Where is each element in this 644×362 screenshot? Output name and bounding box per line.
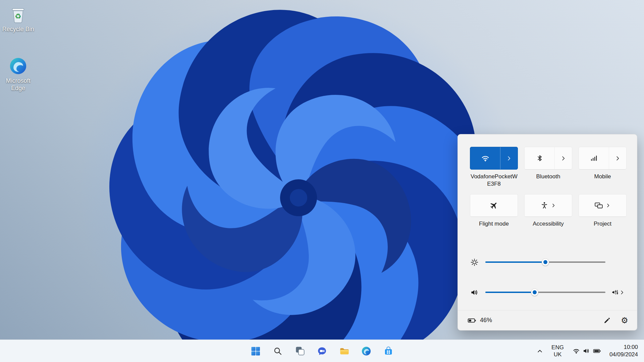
wifi-tile <box>470 147 518 170</box>
cellular-signal-icon <box>590 154 598 162</box>
volume-speaker-icon <box>470 288 479 297</box>
volume-slider-fill <box>485 292 535 293</box>
windows-desktop: { "desktop": { "icons": [ { "label": "Re… <box>0 0 644 362</box>
taskbar-app-icons <box>248 340 396 362</box>
wifi-tile-label: VodafonePocketW E3F8 <box>470 170 518 194</box>
search-icon <box>273 346 283 356</box>
battery-icon <box>467 316 477 324</box>
desktop-icon-recycle-bin[interactable]: ♻ Recycle Bin <box>1 5 35 33</box>
battery-percent-label: 46% <box>480 317 492 324</box>
clock-time: 10:00 <box>624 344 638 351</box>
language-region: UK <box>554 351 562 358</box>
battery-status: 46% <box>467 316 492 324</box>
chat-bubble-icon <box>317 346 327 356</box>
chevron-right-icon <box>551 203 556 208</box>
windows-logo-icon <box>251 346 261 356</box>
recycle-bin-icon: ♻ <box>8 5 28 24</box>
store-bag-icon <box>383 346 394 356</box>
bluetooth-icon <box>536 154 544 162</box>
volume-slider[interactable] <box>485 289 605 296</box>
taskbar-language-button[interactable]: ENG UK <box>548 343 567 359</box>
taskbar-status-button[interactable] <box>570 345 604 357</box>
project-button[interactable] <box>579 194 627 217</box>
chevron-right-icon <box>506 155 512 162</box>
taskbar-tray: ENG UK 10:00 04/09/2024 <box>534 340 641 362</box>
volume-slider-thumb[interactable] <box>531 289 538 296</box>
accessibility-person-icon <box>540 201 548 209</box>
project-label: Project <box>579 217 627 234</box>
mobile-tile-label: Mobile <box>579 170 627 194</box>
show-hidden-icons-button[interactable] <box>534 344 545 358</box>
clock-date: 04/09/2024 <box>609 351 638 358</box>
brightness-slider[interactable] <box>485 258 605 266</box>
wifi-expand-button[interactable] <box>500 147 518 169</box>
desktop-icon-label: Microsoft Edge <box>1 77 35 92</box>
brightness-slider-thumb[interactable] <box>542 258 549 266</box>
chevron-right-icon <box>614 155 621 162</box>
flight-mode-button[interactable] <box>470 194 518 217</box>
quick-settings-sliders <box>458 250 637 304</box>
microsoft-store-button[interactable] <box>381 343 396 359</box>
audio-output-mixer-icon <box>611 288 619 296</box>
taskbar-clock[interactable]: 10:00 04/09/2024 <box>607 343 641 359</box>
bluetooth-toggle-button[interactable] <box>525 147 554 169</box>
accessibility-label: Accessibility <box>524 217 572 234</box>
chevron-right-icon <box>560 155 567 162</box>
chat-button[interactable] <box>314 343 330 359</box>
battery-tray-icon <box>593 347 601 355</box>
desktop-icon-label: Recycle Bin <box>1 26 35 33</box>
edge-logo-icon <box>361 346 372 356</box>
edge-button[interactable] <box>359 343 374 359</box>
taskbar: ENG UK 10:00 04/09/2024 <box>0 340 644 362</box>
chevron-right-icon <box>619 290 625 295</box>
airplane-icon <box>490 201 498 209</box>
bluetooth-tile <box>524 147 572 170</box>
edit-quick-settings-button[interactable] <box>600 314 614 327</box>
task-view-button[interactable] <box>292 343 308 359</box>
desktop-icon-microsoft-edge[interactable]: Microsoft Edge <box>1 56 35 92</box>
mobile-toggle-button[interactable] <box>579 147 609 169</box>
volume-row <box>470 281 625 304</box>
chevron-up-icon <box>536 348 543 355</box>
bluetooth-expand-button[interactable] <box>554 147 572 169</box>
file-explorer-button[interactable] <box>336 343 352 359</box>
edge-logo-icon <box>8 56 28 76</box>
pencil-icon <box>603 317 611 324</box>
search-button[interactable] <box>270 343 286 359</box>
flight-mode-label: Flight mode <box>470 217 518 234</box>
bluetooth-tile-label: Bluetooth <box>524 170 572 194</box>
speaker-tray-icon <box>583 347 590 355</box>
task-view-icon <box>295 346 305 356</box>
start-button[interactable] <box>248 343 264 359</box>
brightness-slider-fill <box>485 261 545 263</box>
mobile-expand-button[interactable] <box>609 147 626 169</box>
quick-settings-panel: VodafonePocketW E3F8 Bluetooth Mobile <box>458 134 637 330</box>
project-screens-icon <box>594 201 603 209</box>
select-audio-output-button[interactable] <box>611 288 625 296</box>
svg-text:♻: ♻ <box>15 12 21 20</box>
accessibility-button[interactable] <box>524 194 572 217</box>
mobile-tile <box>579 147 627 170</box>
settings-button[interactable]: ⚙ <box>618 314 632 327</box>
brightness-sun-icon <box>470 258 479 266</box>
brightness-row <box>470 250 625 274</box>
wifi-icon <box>481 154 490 163</box>
chevron-right-icon <box>605 203 611 208</box>
quick-settings-bottom-bar: 46% ⚙ <box>458 310 637 330</box>
language-code: ENG <box>551 344 564 351</box>
quick-settings-tile-grid: VodafonePocketW E3F8 Bluetooth Mobile <box>458 134 637 234</box>
gear-icon: ⚙ <box>621 316 628 324</box>
folder-icon <box>339 346 350 356</box>
wifi-tray-icon <box>573 347 580 355</box>
wifi-toggle-button[interactable] <box>470 147 500 169</box>
